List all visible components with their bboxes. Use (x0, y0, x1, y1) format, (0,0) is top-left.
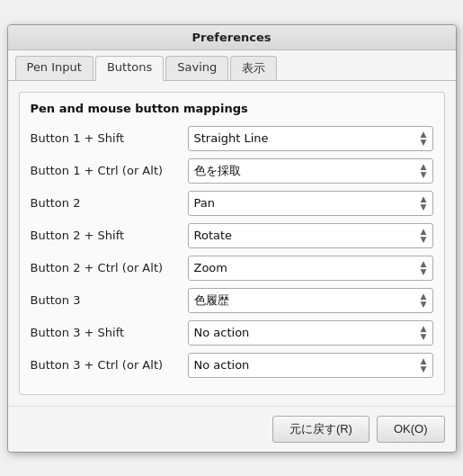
mapping-row-3: Button 2 + Shift Rotate ▲▼ (31, 223, 433, 248)
mapping-row-7: Button 3 + Ctrl (or Alt) No action ▲▼ (31, 353, 433, 378)
mapping-label-7: Button 3 + Ctrl (or Alt) (31, 358, 188, 372)
mapping-row-2: Button 2 Pan ▲▼ (31, 191, 433, 216)
mapping-select-5[interactable]: 色履歴 ▲▼ (188, 288, 433, 313)
mapping-value-6: No action (194, 326, 417, 339)
mapping-label-0: Button 1 + Shift (31, 131, 188, 145)
tab-saving[interactable]: Saving (165, 56, 228, 80)
mapping-select-1[interactable]: 色を採取 ▲▼ (188, 158, 433, 184)
window-title: Preferences (192, 31, 272, 44)
mapping-select-4[interactable]: Zoom ▲▼ (188, 256, 433, 281)
mapping-value-5: 色履歴 (194, 292, 417, 309)
select-arrows-5: ▲▼ (421, 292, 427, 309)
mapping-select-0[interactable]: Straight Line ▲▼ (188, 126, 433, 151)
mapping-label-4: Button 2 + Ctrl (or Alt) (31, 261, 188, 274)
mapping-label-6: Button 3 + Shift (31, 326, 188, 339)
tab-display[interactable]: 表示 (230, 56, 277, 80)
select-arrows-2: ▲▼ (421, 195, 427, 211)
mapping-select-7[interactable]: No action ▲▼ (188, 353, 433, 378)
select-arrows-0: ▲▼ (421, 130, 427, 147)
mapping-row-1: Button 1 + Ctrl (or Alt) 色を採取 ▲▼ (31, 158, 433, 184)
content-area: Pen and mouse button mappings Button 1 +… (8, 81, 456, 406)
title-bar: Preferences (8, 25, 456, 50)
mapping-select-6[interactable]: No action ▲▼ (188, 320, 433, 346)
footer: 元に戻す(R) OK(O) (8, 406, 456, 452)
mappings-panel: Pen and mouse button mappings Button 1 +… (19, 92, 445, 395)
tab-pen-input[interactable]: Pen Input (15, 56, 93, 80)
mapping-value-0: Straight Line (194, 131, 417, 145)
mapping-label-2: Button 2 (31, 196, 188, 210)
mapping-value-3: Rotate (194, 229, 417, 242)
mapping-value-4: Zoom (194, 261, 417, 274)
mapping-row-4: Button 2 + Ctrl (or Alt) Zoom ▲▼ (31, 256, 433, 281)
select-arrows-6: ▲▼ (421, 325, 427, 341)
section-title: Pen and mouse button mappings (31, 102, 433, 115)
mapping-row-6: Button 3 + Shift No action ▲▼ (31, 320, 433, 346)
mapping-row-0: Button 1 + Shift Straight Line ▲▼ (31, 126, 433, 151)
ok-button[interactable]: OK(O) (377, 416, 445, 443)
mapping-select-3[interactable]: Rotate ▲▼ (188, 223, 433, 248)
mapping-label-5: Button 3 (31, 293, 188, 307)
mapping-select-2[interactable]: Pan ▲▼ (188, 191, 433, 216)
mapping-label-3: Button 2 + Shift (31, 229, 188, 242)
select-arrows-7: ▲▼ (421, 357, 427, 373)
reset-button[interactable]: 元に戻す(R) (272, 416, 370, 443)
mapping-label-1: Button 1 + Ctrl (or Alt) (31, 164, 188, 177)
mapping-row-5: Button 3 色履歴 ▲▼ (31, 288, 433, 313)
tab-bar: Pen Input Buttons Saving 表示 (8, 50, 456, 81)
mapping-value-1: 色を採取 (194, 163, 417, 179)
mapping-value-2: Pan (194, 196, 417, 210)
preferences-window: Preferences Pen Input Buttons Saving 表示 … (7, 24, 457, 453)
tab-buttons[interactable]: Buttons (95, 56, 164, 81)
select-arrows-3: ▲▼ (421, 228, 427, 244)
select-arrows-1: ▲▼ (421, 163, 427, 179)
select-arrows-4: ▲▼ (421, 260, 427, 276)
mapping-value-7: No action (194, 358, 417, 372)
